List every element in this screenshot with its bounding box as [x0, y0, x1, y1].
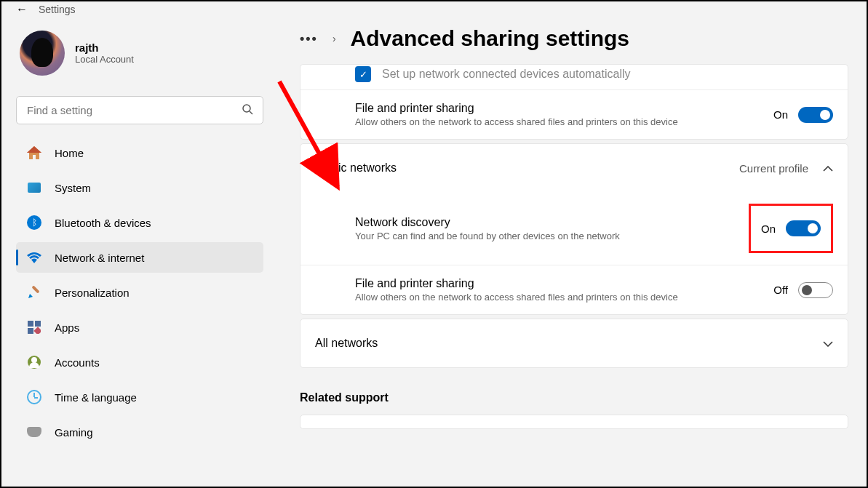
- sidebar-item-home[interactable]: Home: [16, 137, 263, 168]
- svg-rect-2: [31, 285, 39, 293]
- toggle-label: On: [773, 108, 788, 121]
- breadcrumb-dots[interactable]: •••: [300, 31, 318, 47]
- search-icon: [242, 103, 253, 118]
- file-printer-public-toggle[interactable]: [798, 282, 833, 298]
- sidebar-item-label: Network & internet: [55, 252, 144, 264]
- public-networks-card: Public networks Current profile Network …: [300, 143, 848, 315]
- topbar-title: Settings: [39, 4, 76, 15]
- svg-point-0: [243, 105, 250, 112]
- svg-rect-6: [33, 327, 41, 334]
- gaming-icon: [27, 425, 41, 439]
- page-title: Advanced sharing settings: [351, 26, 629, 51]
- sidebar-item-label: System: [55, 182, 91, 194]
- chevron-down-icon: [823, 337, 833, 350]
- brush-icon: [27, 285, 41, 300]
- public-networks-title: Public networks: [315, 161, 397, 175]
- private-networks-card: ✓ Set up network connected devices autom…: [300, 64, 848, 140]
- sidebar-item-label: Home: [55, 147, 84, 159]
- network-discovery-toggle[interactable]: [786, 220, 821, 236]
- network-discovery-desc: Your PC can find and be found by other d…: [355, 231, 704, 241]
- back-button[interactable]: ←: [16, 3, 28, 16]
- sidebar: rajth Local Account Home System: [1, 16, 271, 487]
- sidebar-item-apps[interactable]: Apps: [16, 312, 263, 343]
- svg-rect-5: [28, 328, 33, 334]
- account-type: Local Account: [75, 54, 134, 65]
- file-printer-toggle[interactable]: [798, 107, 833, 123]
- search-input[interactable]: [16, 96, 263, 124]
- file-printer-desc: Allow others on the network to access sh…: [355, 116, 704, 127]
- file-printer-public-title: File and printer sharing: [355, 277, 773, 290]
- time-icon: [27, 390, 41, 404]
- sidebar-item-accounts[interactable]: Accounts: [16, 347, 263, 377]
- file-printer-title: File and printer sharing: [355, 102, 773, 115]
- sidebar-item-label: Accounts: [55, 356, 100, 369]
- related-support-title: Related support: [300, 391, 848, 404]
- toggle-label: Off: [773, 284, 788, 296]
- sidebar-item-label: Personalization: [55, 287, 130, 299]
- auto-setup-checkbox[interactable]: ✓: [355, 66, 371, 82]
- current-profile-label: Current profile: [739, 162, 808, 175]
- main-content: ••• › Advanced sharing settings ✓ Set up…: [271, 16, 867, 487]
- svg-rect-4: [35, 321, 41, 327]
- network-discovery-title: Network discovery: [355, 216, 749, 229]
- all-networks-title: All networks: [315, 337, 378, 350]
- chevron-right-icon: ›: [333, 33, 336, 44]
- toggle-label: On: [761, 223, 776, 235]
- chevron-up-icon: [823, 161, 833, 175]
- all-networks-card: All networks: [300, 319, 848, 368]
- svg-line-1: [250, 111, 252, 114]
- profile-block[interactable]: rajth Local Account: [16, 31, 263, 76]
- account-icon: [27, 355, 41, 369]
- home-icon: [27, 145, 41, 160]
- system-icon: [27, 180, 41, 195]
- avatar: [20, 31, 65, 76]
- sidebar-item-gaming[interactable]: Gaming: [16, 417, 263, 447]
- auto-setup-label: Set up network connected devices automat…: [382, 68, 631, 81]
- sidebar-item-bluetooth[interactable]: ᛒ Bluetooth & devices: [16, 207, 263, 238]
- wifi-icon: [27, 250, 41, 265]
- apps-icon: [27, 320, 41, 335]
- username: rajth: [75, 41, 134, 54]
- nav-list: Home System ᛒ Bluetooth & devices Networ…: [16, 137, 263, 447]
- sidebar-item-label: Bluetooth & devices: [55, 217, 151, 229]
- sidebar-item-time[interactable]: Time & language: [16, 382, 263, 412]
- sidebar-item-label: Gaming: [55, 426, 93, 439]
- bluetooth-icon: ᛒ: [27, 215, 41, 230]
- svg-rect-3: [28, 321, 33, 327]
- sidebar-item-network[interactable]: Network & internet: [16, 242, 263, 273]
- related-support-card[interactable]: [300, 415, 848, 429]
- all-networks-header[interactable]: All networks: [300, 319, 848, 367]
- sidebar-item-system[interactable]: System: [16, 172, 263, 203]
- public-networks-header[interactable]: Public networks Current profile: [300, 144, 848, 192]
- sidebar-item-label: Apps: [55, 321, 79, 334]
- sidebar-item-label: Time & language: [55, 391, 137, 404]
- sidebar-item-personalization[interactable]: Personalization: [16, 277, 263, 308]
- file-printer-public-desc: Allow others on the network to access sh…: [355, 292, 704, 303]
